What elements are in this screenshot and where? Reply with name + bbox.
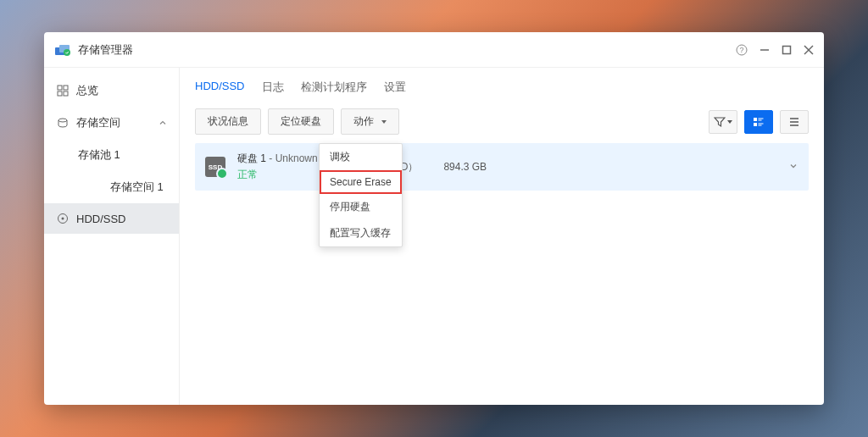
disk-size: 894.3 GB: [443, 161, 487, 173]
minimize-button[interactable]: [760, 45, 770, 55]
sidebar-item-label: 存储池 1: [78, 147, 120, 163]
toolbar: 状况信息 定位硬盘 动作: [180, 105, 824, 143]
chevron-down-icon[interactable]: [788, 159, 798, 174]
sidebar-item-overview[interactable]: 总览: [44, 75, 179, 107]
sidebar-item-label: HDD/SSD: [76, 213, 126, 225]
storage-icon: [56, 116, 70, 130]
svg-rect-19: [754, 123, 757, 126]
svg-rect-9: [58, 86, 62, 90]
svg-rect-17: [759, 118, 764, 119]
window-title: 存储管理器: [78, 42, 736, 58]
action-item-write-cache[interactable]: 配置写入缓存: [320, 220, 402, 246]
list-view-button[interactable]: [780, 110, 809, 134]
svg-point-15: [62, 218, 64, 220]
caret-down-icon: [727, 120, 732, 124]
tab-hddssd[interactable]: HDD/SSD: [195, 80, 245, 97]
status-info-button[interactable]: 状况信息: [195, 108, 261, 135]
sidebar-item-label: 存储空间: [76, 115, 120, 130]
chevron-up-icon: [159, 117, 167, 130]
svg-rect-21: [759, 124, 762, 125]
close-button[interactable]: [804, 45, 814, 55]
action-item-secure-erase[interactable]: Secure Erase: [320, 170, 402, 194]
card-view-button[interactable]: [744, 110, 773, 134]
help-button[interactable]: ?: [736, 44, 748, 56]
svg-rect-6: [783, 46, 791, 53]
svg-rect-11: [58, 91, 62, 96]
locate-disk-button[interactable]: 定位硬盘: [268, 108, 334, 135]
svg-rect-12: [64, 91, 68, 96]
svg-point-13: [58, 119, 67, 122]
ssd-icon: SSD: [205, 157, 225, 177]
sidebar-submenu: 存储池 1 存储空间 1: [44, 139, 179, 203]
tab-schedule[interactable]: 检测计划程序: [301, 80, 367, 97]
filter-button[interactable]: [709, 110, 737, 134]
tab-settings[interactable]: 设置: [384, 80, 406, 97]
action-dropdown-button[interactable]: 动作: [341, 108, 399, 135]
tabs: HDD/SSD 日志 检测计划程序 设置: [180, 68, 824, 105]
disk-name: 硬盘 1 - Unknown: [237, 152, 318, 166]
sidebar-item-label: 总览: [76, 83, 98, 98]
action-label: 动作: [353, 115, 374, 127]
disk-status: 正常: [237, 168, 318, 182]
disk-row[interactable]: SSD 硬盘 1 - Unknown 正常 SD） 894.3 GB: [195, 143, 809, 191]
app-window: 存储管理器 ? 总览: [44, 32, 824, 405]
tab-log[interactable]: 日志: [262, 80, 284, 97]
svg-rect-16: [754, 118, 757, 121]
content-area: SSD 硬盘 1 - Unknown 正常 SD） 894.3 GB: [180, 143, 824, 191]
svg-text:?: ?: [739, 46, 743, 54]
sidebar-item-label: 存储空间 1: [110, 180, 164, 195]
titlebar: 存储管理器 ?: [44, 32, 824, 68]
action-item-tune[interactable]: 调校: [320, 144, 402, 170]
sidebar-subitem-volume[interactable]: 存储空间 1: [108, 171, 179, 203]
maximize-button[interactable]: [782, 45, 792, 55]
svg-rect-18: [759, 119, 762, 120]
svg-point-2: [64, 49, 70, 56]
sidebar-item-hddssd[interactable]: HDD/SSD: [44, 203, 179, 234]
svg-rect-10: [64, 86, 68, 90]
window-controls: ?: [736, 44, 814, 56]
body: 总览 存储空间 存储池 1 存储空间 1: [44, 68, 824, 405]
caret-down-icon: [381, 120, 387, 124]
action-dropdown-menu: 调校 Secure Erase 停用硬盘 配置写入缓存: [319, 143, 403, 247]
sidebar-item-storage[interactable]: 存储空间: [44, 107, 179, 139]
app-icon: [54, 41, 71, 58]
svg-rect-20: [759, 123, 764, 124]
sidebar-subitem-pool[interactable]: 存储池 1: [76, 139, 179, 171]
sidebar: 总览 存储空间 存储池 1 存储空间 1: [44, 68, 180, 405]
main-panel: HDD/SSD 日志 检测计划程序 设置 状况信息 定位硬盘 动作: [180, 68, 824, 405]
action-item-deactivate[interactable]: 停用硬盘: [320, 194, 402, 220]
disk-icon: [56, 212, 70, 225]
overview-icon: [56, 84, 70, 97]
